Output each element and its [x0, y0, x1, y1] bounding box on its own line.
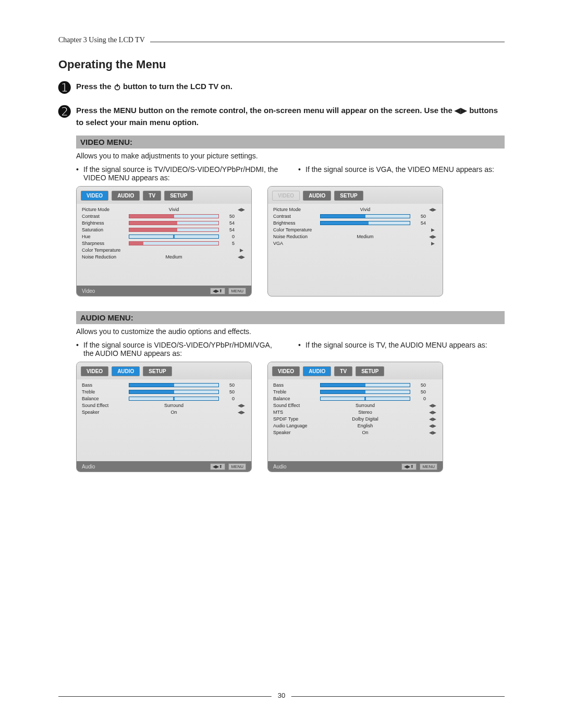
slider-track[interactable]: [129, 214, 219, 218]
osd-hints: ◀▶⬆MENU: [210, 463, 246, 470]
osd-row-value: [129, 248, 219, 252]
slider-track[interactable]: [129, 228, 219, 232]
osd-tab-tv[interactable]: TV: [334, 366, 352, 376]
osd-row[interactable]: Color Temperature▶: [273, 227, 437, 233]
osd-row-value: [129, 383, 219, 387]
osd-row[interactable]: Bass50: [82, 382, 246, 388]
osd-row-number: 5: [219, 241, 237, 246]
osd-row[interactable]: Picture ModeVivid◀▶: [273, 206, 437, 213]
osd-row-value: Surround: [320, 403, 410, 408]
slider-track[interactable]: [320, 383, 410, 387]
osd-row[interactable]: Balance0: [273, 396, 437, 402]
osd-row-value: Stereo: [320, 410, 410, 414]
osd-row-label: Saturation: [82, 227, 129, 232]
step-badge-1: ➊: [58, 81, 76, 95]
osd-row-value: [129, 221, 219, 225]
osd-row-value: [129, 214, 219, 218]
osd-row[interactable]: Sharpness5: [82, 240, 246, 246]
step-1: ➊ Press the button to turn the LCD TV on…: [58, 81, 505, 95]
osd-row[interactable]: VGA▶: [273, 240, 437, 246]
osd-row[interactable]: Picture ModeVivid◀▶: [82, 206, 246, 213]
osd-tab-setup[interactable]: SETUP: [356, 366, 384, 376]
osd-row[interactable]: Color Temperature▶: [82, 247, 246, 253]
arrow-icon: ◀▶: [237, 254, 246, 260]
slider-track[interactable]: [320, 397, 410, 401]
osd-tab-video[interactable]: VIDEO: [272, 191, 300, 201]
audio-caption-left-text: If the signal source is VIDEO/S-VIDEO/YP…: [83, 341, 283, 357]
slider-track[interactable]: [320, 221, 410, 225]
osd-row[interactable]: MTSStereo◀▶: [273, 409, 437, 415]
osd-row-value: [129, 241, 219, 245]
osd-tab-video[interactable]: VIDEO: [81, 191, 108, 201]
osd-row[interactable]: Contrast50: [82, 213, 246, 219]
slider-track[interactable]: [320, 390, 410, 394]
osd-tab-audio[interactable]: AUDIO: [303, 191, 331, 201]
osd-tab-video[interactable]: VIDEO: [81, 366, 108, 376]
osd-row[interactable]: Contrast50: [273, 213, 437, 219]
osd-row-label: Noise Reduction: [82, 254, 129, 260]
video-section: VIDEO MENU: Allows you to make adjustmen…: [76, 135, 505, 472]
osd-row[interactable]: Saturation54: [82, 227, 246, 233]
osd-row-value: English: [320, 424, 410, 428]
osd-row[interactable]: Bass50: [273, 382, 437, 388]
slider-track[interactable]: [129, 383, 219, 387]
osd-row[interactable]: Treble50: [273, 389, 437, 395]
osd-row[interactable]: Audio LanguageEnglish◀▶: [273, 423, 437, 429]
osd-row-number: 50: [219, 214, 237, 219]
video-panel-left: VIDEOAUDIOTVSETUPPicture ModeVivid◀▶Cont…: [76, 186, 252, 297]
osd-row[interactable]: Noise ReductionMedium◀▶: [273, 233, 437, 240]
osd-row-value: Medium: [320, 235, 410, 239]
osd-row[interactable]: SpeakerOn◀▶: [82, 409, 246, 415]
osd-row[interactable]: SPDIF TypeDolby Digital◀▶: [273, 416, 437, 422]
osd-row[interactable]: SpeakerOn◀▶: [273, 429, 437, 436]
osd-row[interactable]: Sound EffectSurround◀▶: [82, 402, 246, 409]
osd-row[interactable]: Brightness54: [273, 220, 437, 226]
step-1-text: Press the button to turn the LCD TV on.: [76, 81, 232, 93]
osd-row-value: [129, 397, 219, 401]
slider-track[interactable]: [129, 390, 219, 394]
osd-tab-tv[interactable]: TV: [143, 191, 161, 201]
osd-row[interactable]: Hue0: [82, 233, 246, 240]
arrow-icon: ◀▶: [428, 416, 437, 422]
arrow-icon: ◀▶: [237, 207, 246, 212]
video-caption-right: • If the signal source is VGA, the VIDEO…: [298, 165, 505, 182]
arrow-icon: ◀▶: [237, 403, 246, 408]
slider-track[interactable]: [129, 397, 219, 401]
slider-track[interactable]: [320, 214, 410, 218]
osd-status-name: Audio: [273, 464, 287, 470]
step-badge-2: ➋: [58, 105, 76, 119]
osd-row-label: Picture Mode: [273, 207, 320, 212]
slider-track[interactable]: [129, 221, 219, 225]
osd-tab-setup[interactable]: SETUP: [164, 191, 193, 201]
osd-row-value: On: [129, 410, 219, 414]
arrow-icon: ▶: [428, 241, 437, 246]
osd-row-label: Bass: [273, 382, 320, 388]
osd-tab-setup[interactable]: SETUP: [334, 191, 363, 201]
osd-row-value: [320, 241, 410, 245]
video-caption-left: • If the signal source is TV/VIDEO/S-VID…: [76, 165, 283, 182]
osd-row-label: Balance: [273, 396, 320, 401]
osd-row-label: Picture Mode: [82, 207, 129, 212]
osd-row[interactable]: Balance0: [82, 396, 246, 402]
osd-tab-audio[interactable]: AUDIO: [112, 191, 140, 201]
osd-row-value: Medium: [129, 255, 219, 259]
osd-row[interactable]: Brightness54: [82, 220, 246, 226]
osd-tab-audio[interactable]: AUDIO: [303, 366, 331, 376]
osd-tab-audio[interactable]: AUDIO: [112, 366, 140, 376]
osd-row[interactable]: Treble50: [82, 389, 246, 395]
slider-track[interactable]: [129, 235, 219, 239]
osd-row[interactable]: Sound EffectSurround◀▶: [273, 402, 437, 409]
osd-row-number: 50: [219, 389, 237, 394]
osd-row-label: Audio Language: [273, 423, 320, 428]
osd-tab-video[interactable]: VIDEO: [272, 366, 300, 376]
osd-hint-badge: ◀▶⬆: [210, 463, 225, 470]
osd-row-label: Contrast: [273, 214, 320, 219]
page-footer: 30: [58, 696, 505, 697]
osd-hint-badge: MENU: [420, 463, 437, 470]
osd-row-number: 0: [410, 396, 428, 401]
power-icon: [114, 82, 123, 91]
osd-tab-setup[interactable]: SETUP: [143, 366, 172, 376]
osd-row-value: Vivid: [320, 207, 410, 212]
osd-row[interactable]: Noise ReductionMedium◀▶: [82, 254, 246, 260]
slider-track[interactable]: [129, 241, 219, 245]
